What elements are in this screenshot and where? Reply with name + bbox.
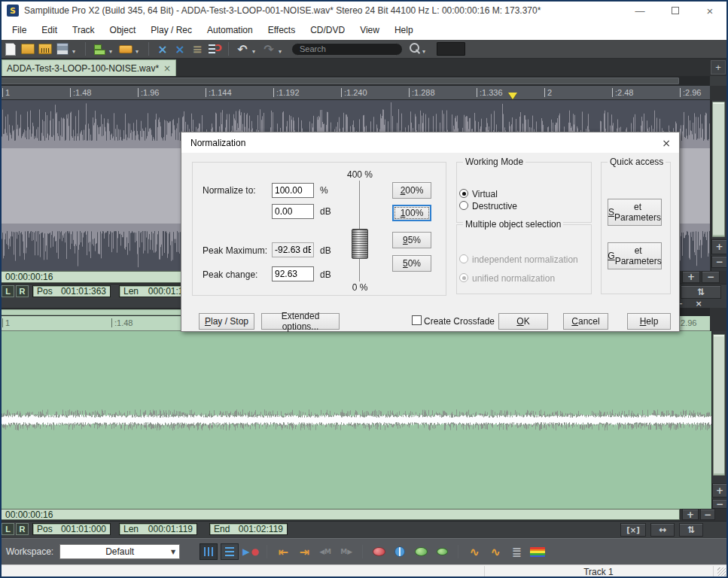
- track-mode-icon[interactable]: [92, 41, 107, 56]
- tab-active-document[interactable]: ADDA-Test-3-LOOP-100-NOISE.wav* ×: [2, 59, 176, 76]
- normalize-slider-thumb[interactable]: [352, 229, 368, 259]
- cancel-button[interactable]: Cancel: [563, 313, 608, 330]
- dropdown-caret-icon[interactable]: ▾: [136, 42, 142, 56]
- search-icon[interactable]: [407, 41, 422, 56]
- snap-icon[interactable]: [207, 41, 222, 56]
- dialog-close-icon[interactable]: ×: [660, 137, 672, 149]
- normalize-percent-input[interactable]: [272, 183, 314, 198]
- search-input[interactable]: [291, 43, 403, 56]
- play-record-icon[interactable]: [242, 543, 260, 560]
- menu-effects[interactable]: Effects: [260, 21, 303, 40]
- mixer-icon[interactable]: [200, 543, 218, 560]
- minimize-button[interactable]: —: [627, 0, 653, 21]
- dropdown-caret-icon[interactable]: ▾: [72, 42, 79, 56]
- tab-close-icon[interactable]: ×: [163, 63, 171, 74]
- close-button[interactable]: ×: [697, 0, 723, 21]
- marker-left-icon[interactable]: ◀M: [316, 543, 334, 560]
- wave1-horizontal-scrollbar[interactable]: [0, 76, 710, 86]
- destructive-radio[interactable]: [459, 201, 468, 210]
- wave1-pos-field[interactable]: Pos 001:01:363: [32, 285, 111, 297]
- new-file-icon[interactable]: [3, 41, 18, 56]
- undo-icon[interactable]: ↶: [235, 41, 250, 56]
- redo-icon[interactable]: ↷: [261, 41, 276, 56]
- create-crossfade-checkbox[interactable]: [412, 315, 422, 325]
- crossfade-icon[interactable]: ×: [155, 41, 170, 56]
- menu-automation[interactable]: Automation: [200, 21, 260, 40]
- menu-file[interactable]: File: [5, 21, 34, 40]
- help-button[interactable]: Help: [627, 313, 671, 330]
- new-tab-button[interactable]: +: [711, 60, 726, 75]
- menu-edit[interactable]: Edit: [34, 21, 65, 40]
- punch-icon[interactable]: [433, 543, 451, 560]
- wave2-fit-horizontal-icon[interactable]: ↔: [650, 523, 675, 537]
- draw-mode-icon[interactable]: ≣: [507, 543, 525, 560]
- virtual-radio[interactable]: [459, 189, 468, 198]
- extended-options-button[interactable]: Extended options...: [261, 313, 340, 330]
- virtual-label[interactable]: Virtual: [472, 189, 498, 199]
- wave2-end-field[interactable]: End 001:02:119: [209, 523, 288, 535]
- ok-button[interactable]: OK: [498, 313, 548, 330]
- wave1-channel-right-button[interactable]: R: [16, 285, 29, 297]
- title-bar[interactable]: S Samplitude Pro X2 (Build 345, 64 Bit) …: [0, 0, 728, 21]
- destructive-label[interactable]: Destructive: [472, 201, 517, 211]
- dropdown-caret-icon[interactable]: ▾: [279, 42, 285, 56]
- object-mode-icon[interactable]: [118, 41, 133, 56]
- set-parameters-button[interactable]: Set Parameters: [608, 199, 662, 226]
- wave1-channel-left-button[interactable]: L: [2, 285, 14, 297]
- menu-track[interactable]: Track: [65, 21, 102, 40]
- playhead-marker-icon[interactable]: [508, 93, 517, 99]
- solo-icon[interactable]: [391, 543, 409, 560]
- menu-cd-dvd[interactable]: CD/DVD: [303, 21, 352, 40]
- maximize-button[interactable]: [663, 0, 688, 21]
- ripple-icon[interactable]: ≡: [190, 41, 205, 56]
- peak-change-input[interactable]: [272, 266, 314, 281]
- wave2-channel-left-button[interactable]: L: [2, 523, 14, 535]
- create-crossfade-label[interactable]: Create Crossfade: [424, 316, 495, 327]
- get-parameters-button[interactable]: Get Parameters: [608, 242, 662, 269]
- wave2-zoom-out-button[interactable]: −: [712, 499, 727, 509]
- menu-view[interactable]: View: [352, 21, 387, 40]
- wave1-vertical-scrollbar[interactable]: + −: [711, 100, 726, 271]
- preset-200-button[interactable]: 200%: [392, 182, 431, 199]
- spectral-view-icon[interactable]: [528, 543, 547, 560]
- mute-icon[interactable]: [370, 543, 388, 560]
- wave2-channel-right-button[interactable]: R: [16, 523, 29, 535]
- load-audio-icon[interactable]: [38, 41, 53, 56]
- wave2-close-icon[interactable]: ×: [693, 299, 705, 308]
- wave1-timeline-ruler[interactable]: 1:1.48:1.96:1.144:1.192:1.240:1.288:1.33…: [0, 86, 710, 100]
- visualization-icon[interactable]: [221, 543, 239, 560]
- wave1-vscroll-thumb[interactable]: [712, 102, 725, 237]
- wave2-zoom-in-button[interactable]: +: [712, 483, 727, 497]
- play-stop-button[interactable]: Play / Stop: [199, 313, 254, 330]
- save-icon[interactable]: [55, 41, 70, 56]
- wave1-fit-vert-icon[interactable]: ⇅: [681, 285, 721, 299]
- dropdown-caret-icon[interactable]: ▾: [252, 42, 259, 56]
- preset-100-button[interactable]: 100%: [392, 205, 431, 221]
- wave2-vscroll-thumb[interactable]: [713, 334, 725, 476]
- marker-right-icon[interactable]: M▶: [337, 543, 355, 560]
- skip-end-icon[interactable]: ⇥: [295, 543, 313, 560]
- wave1-hzoom-out-button[interactable]: −: [702, 271, 720, 283]
- open-project-icon[interactable]: [20, 41, 35, 56]
- wave1-hscroll-thumb[interactable]: [1, 78, 679, 84]
- zoom-wave-vertical-icon[interactable]: ∿: [465, 543, 483, 560]
- wave2-hzoom-in-button[interactable]: +: [682, 509, 699, 520]
- wave1-zoom-in-button[interactable]: +: [711, 239, 727, 254]
- auto-crossfade-icon[interactable]: ×: [172, 41, 187, 56]
- preset-50-button[interactable]: 50%: [392, 255, 431, 272]
- menu-object[interactable]: Object: [102, 21, 144, 40]
- normalize-db-input[interactable]: [272, 204, 314, 219]
- dropdown-caret-icon[interactable]: ▾: [109, 42, 116, 56]
- resize-grip[interactable]: [717, 567, 726, 576]
- wave1-zoom-out-button[interactable]: −: [711, 256, 727, 268]
- workspace-select[interactable]: Default ▼: [59, 544, 180, 559]
- skip-start-icon[interactable]: ⇤: [274, 543, 292, 560]
- waveform-display-2[interactable]: [0, 331, 711, 509]
- wave1-hzoom-in-button[interactable]: +: [682, 271, 700, 283]
- wave2-hzoom-out-button[interactable]: −: [700, 509, 715, 520]
- preset-95-button[interactable]: 95%: [392, 232, 431, 248]
- wave2-vertical-scrollbar[interactable]: + −: [711, 331, 726, 509]
- wave2-fit-vert-icon[interactable]: ⇅: [679, 523, 703, 537]
- wave2-pos-field[interactable]: Pos 001:01:000: [32, 523, 111, 535]
- search-options-caret-icon[interactable]: ▾: [422, 42, 429, 56]
